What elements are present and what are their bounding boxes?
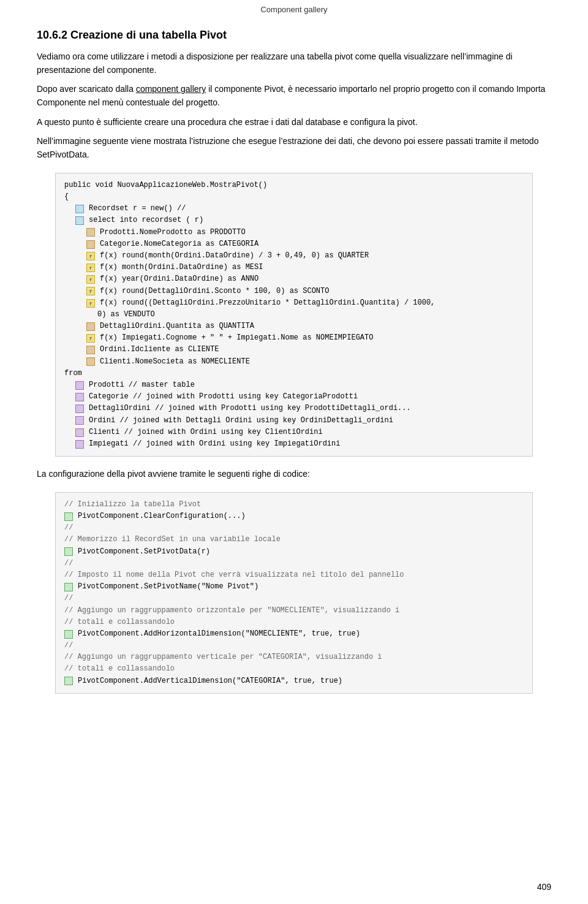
database-icon (75, 392, 86, 401)
component-gallery-link[interactable]: component gallery (136, 84, 206, 94)
section-title: 10.6.2 Creazione di una tabella Pivot (37, 29, 551, 42)
code-line: // Imposto il nome della Pivot che verrà… (64, 569, 524, 581)
component-icon (64, 582, 75, 591)
code-text: 0) as VENDUTO (97, 309, 155, 321)
field-icon (86, 239, 97, 249)
code-text: { (64, 191, 69, 203)
code-text: PivotComponent.SetPivotData(r) (78, 546, 210, 558)
database-icon (75, 427, 86, 437)
code-text: // Imposto il nome della Pivot che verrà… (64, 569, 404, 581)
code-text: PivotComponent.AddHorizontalDimension("N… (78, 628, 360, 640)
database-icon (75, 416, 86, 425)
code-line: // totali e collassandolo (64, 663, 524, 675)
page-number: 409 (537, 882, 551, 892)
code-line: 0) as VENDUTO (64, 309, 524, 321)
code-text: // (64, 640, 73, 651)
function-icon: f (86, 251, 97, 260)
code-text: f(x) round(month(Ordini.DataOrdine) / 3 … (100, 250, 369, 262)
field-icon (86, 321, 97, 331)
code-text: // Aggiungo un raggruppamento verticale … (64, 651, 382, 663)
component-icon (64, 511, 75, 521)
code-text: Clienti.NomeSocieta as NOMECLIENTE (100, 356, 250, 368)
function-icon: f (86, 274, 97, 284)
function-icon: f (86, 333, 97, 343)
database-icon (75, 380, 86, 390)
code-line: PivotComponent.AddHorizontalDimension("N… (64, 628, 524, 640)
code-line: DettagliOrdini // joined with Prodotti u… (64, 403, 524, 414)
function-icon: f (86, 286, 97, 296)
code-line: select into recordset ( r) (64, 215, 524, 226)
code-text: DettagliOrdini.Quantita as QUANTITA (100, 321, 254, 332)
code-text: PivotComponent.ClearConfiguration(...) (78, 511, 246, 522)
code-line: PivotComponent.SetPivotData(r) (64, 546, 524, 558)
code-line: ff(x) month(Ordini.DataOrdine) as MESI (64, 262, 524, 273)
code-text: // Inizializzo la tabella Pivot (64, 499, 201, 511)
code-text: Categorie.NomeCategoria as CATEGORIA (100, 238, 258, 250)
code-line: Recordset r = new() // (64, 203, 524, 215)
code-line: Prodotti // master table (64, 379, 524, 391)
database-icon (75, 403, 86, 413)
code-line: from (64, 368, 524, 379)
code-line: Prodotti.NomeProdotto as PRODOTTO (64, 227, 524, 238)
code-text: f(x) Impiegati.Cognome + " " + Impiegati… (100, 332, 373, 344)
para3: A questo punto è sufficiente creare una … (37, 116, 551, 129)
code-text: f(x) year(Ordini.DataOrdine) as ANNO (100, 273, 258, 285)
code-text: f(x) round((DettagliOrdini.PrezzoUnitari… (100, 297, 435, 309)
database-icon (75, 439, 86, 449)
code-text: from (64, 368, 82, 379)
header-title: Component gallery (260, 5, 327, 14)
code-line: // (64, 593, 524, 604)
code-line: DettagliOrdini.Quantita as QUANTITA (64, 321, 524, 332)
code-line: ff(x) year(Ordini.DataOrdine) as ANNO (64, 273, 524, 285)
code-text: // (64, 522, 73, 534)
code-text: Clienti // joined with Ordini using key … (89, 427, 323, 438)
code-text: Prodotti // master table (89, 379, 195, 391)
code-line: // (64, 558, 524, 569)
para4: Nell’immagine seguente viene mostrata l’… (37, 135, 551, 161)
code-text: Ordini.Idcliente as CLIENTE (100, 344, 219, 355)
code-line: ff(x) round(month(Ordini.DataOrdine) / 3… (64, 250, 524, 262)
code-line: Categorie.NomeCategoria as CATEGORIA (64, 238, 524, 250)
code-line: PivotComponent.AddVerticalDimension("CAT… (64, 675, 524, 687)
code-line: Ordini // joined with Dettagli Ordini us… (64, 415, 524, 427)
code-line: public void NuovaApplicazioneWeb.MostraP… (64, 180, 524, 191)
code-block-1: public void NuovaApplicazioneWeb.MostraP… (55, 173, 533, 457)
para2-part1: Dopo aver scaricato dalla (37, 84, 136, 94)
function-icon: f (86, 262, 97, 272)
code-line: ff(x) round((DettagliOrdini.PrezzoUnitar… (64, 297, 524, 309)
code-text: Categorie // joined with Prodotti using … (89, 391, 358, 403)
code-text: Recordset r = new() // (89, 203, 186, 215)
component-icon (64, 547, 75, 556)
code-text: // Aggiungo un raggruppamento orizzontal… (64, 605, 399, 617)
code-text: Ordini // joined with Dettagli Ordini us… (89, 415, 393, 427)
code-text: // Memorizzo il RecordSet in una variabi… (64, 534, 281, 545)
para5: La configurazione della pivot avviene tr… (37, 468, 551, 481)
function-icon: f (86, 298, 97, 308)
method-icon (75, 215, 86, 225)
component-icon (64, 629, 75, 639)
code-block-2: // Inizializzo la tabella PivotPivotComp… (55, 492, 533, 694)
component-icon (64, 676, 75, 686)
code-line: Clienti.NomeSocieta as NOMECLIENTE (64, 356, 524, 368)
code-line: Clienti // joined with Ordini using key … (64, 427, 524, 438)
code-line: // Aggiungo un raggruppamento verticale … (64, 651, 524, 663)
code-text: // (64, 593, 73, 604)
code-line: ff(x) round(DettagliOrdini.Sconto * 100,… (64, 286, 524, 297)
code-line: PivotComponent.SetPivotName("Nome Pivot"… (64, 581, 524, 593)
code-text: // totali e collassandolo (64, 663, 175, 675)
code-line: // Aggiungo un raggruppamento orizzontal… (64, 605, 524, 617)
code-line: Ordini.Idcliente as CLIENTE (64, 344, 524, 355)
code-line: // totali e collassandolo (64, 617, 524, 628)
para2: Dopo aver scaricato dalla component gall… (37, 83, 551, 109)
field-icon (86, 357, 97, 367)
code-text: // (64, 558, 73, 569)
code-text: public void NuovaApplicazioneWeb.MostraP… (64, 180, 267, 191)
page-content: 10.6.2 Creazione di una tabella Pivot Ve… (0, 17, 588, 742)
code-line: // Inizializzo la tabella Pivot (64, 499, 524, 511)
para1: Vediamo ora come utilizzare i metodi a d… (37, 50, 551, 77)
code-text: // totali e collassandolo (64, 617, 175, 628)
code-line: // (64, 640, 524, 651)
page-header: Component gallery (0, 0, 588, 17)
code-line: PivotComponent.ClearConfiguration(...) (64, 511, 524, 522)
code-line: ff(x) Impiegati.Cognome + " " + Impiegat… (64, 332, 524, 344)
